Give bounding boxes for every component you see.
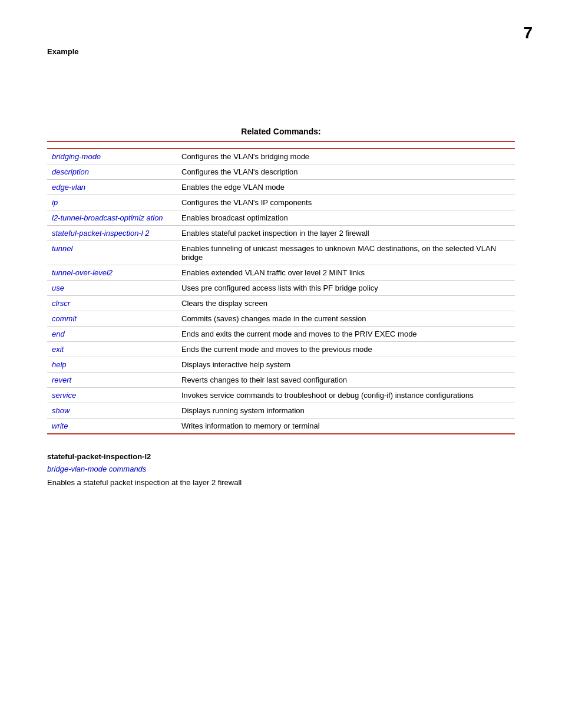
command-description: Enables broadcast optimization xyxy=(177,210,515,226)
command-description: Ends and exits the current mode and move… xyxy=(177,327,515,342)
subheading-link[interactable]: bridge-vlan-mode commands xyxy=(47,465,515,473)
table-row: tunnelEnables tunneling of unicast messa… xyxy=(47,241,515,265)
command-description: Displays interactive help system xyxy=(177,357,515,373)
command-description: Ends the current mode and moves to the p… xyxy=(177,342,515,357)
command-name[interactable]: stateful-packet-inspection-l 2 xyxy=(47,226,177,241)
command-description: Configures the VLAN's description xyxy=(177,164,515,180)
table-row: tunnel-over-level2Enables extended VLAN … xyxy=(47,265,515,281)
table-row: stateful-packet-inspection-l 2Enables st… xyxy=(47,226,515,241)
command-name[interactable]: bridging-mode xyxy=(47,149,177,164)
command-description: Invokes service commands to troubleshoot… xyxy=(177,388,515,403)
command-name[interactable]: exit xyxy=(47,342,177,357)
table-row: edge-vlanEnables the edge VLAN mode xyxy=(47,180,515,195)
command-description: Enables extended VLAN traffic over level… xyxy=(177,265,515,281)
table-row: writeWrites information to memory or ter… xyxy=(47,419,515,434)
command-name[interactable]: revert xyxy=(47,373,177,388)
command-name[interactable]: commit xyxy=(47,311,177,327)
command-name[interactable]: l2-tunnel-broadcast-optimiz ation xyxy=(47,210,177,226)
table-row: descriptionConfigures the VLAN's descrip… xyxy=(47,164,515,180)
table-row: clrscrClears the display screen xyxy=(47,296,515,311)
command-name[interactable]: write xyxy=(47,419,177,434)
command-name[interactable]: service xyxy=(47,388,177,403)
table-row: useUses pre configured access lists with… xyxy=(47,281,515,296)
command-description: Enables stateful packet inspection in th… xyxy=(177,226,515,241)
table-row: exitEnds the current mode and moves to t… xyxy=(47,342,515,357)
command-description: Reverts changes to their last saved conf… xyxy=(177,373,515,388)
related-commands-title: Related Commands: xyxy=(47,127,515,136)
command-description: Configures the VLAN's bridging mode xyxy=(177,149,515,164)
command-name[interactable]: show xyxy=(47,403,177,419)
command-description: Configures the VLAN's IP components xyxy=(177,195,515,210)
command-description: Enables the edge VLAN mode xyxy=(177,180,515,195)
command-name[interactable]: tunnel xyxy=(47,241,177,265)
command-name[interactable]: ip xyxy=(47,195,177,210)
command-description: Displays running system information xyxy=(177,403,515,419)
command-name[interactable]: tunnel-over-level2 xyxy=(47,265,177,281)
next-section-description: Enables a stateful packet inspection at … xyxy=(47,478,515,487)
example-heading: Example xyxy=(47,47,515,56)
commands-table: bridging-modeConfigures the VLAN's bridg… xyxy=(47,141,515,434)
table-row: l2-tunnel-broadcast-optimiz ationEnables… xyxy=(47,210,515,226)
command-name[interactable]: help xyxy=(47,357,177,373)
table-row: bridging-modeConfigures the VLAN's bridg… xyxy=(47,149,515,164)
command-name[interactable]: end xyxy=(47,327,177,342)
table-row: helpDisplays interactive help system xyxy=(47,357,515,373)
table-header-row xyxy=(47,141,515,149)
next-section-heading: stateful-packet-inspection-l2 xyxy=(47,452,515,461)
table-row: commitCommits (saves) changes made in th… xyxy=(47,311,515,327)
command-name[interactable]: use xyxy=(47,281,177,296)
table-row: showDisplays running system information xyxy=(47,403,515,419)
table-row: revertReverts changes to their last save… xyxy=(47,373,515,388)
command-name[interactable]: edge-vlan xyxy=(47,180,177,195)
command-description: Uses pre configured access lists with th… xyxy=(177,281,515,296)
table-row: endEnds and exits the current mode and m… xyxy=(47,327,515,342)
page-number: 7 xyxy=(523,24,533,42)
command-name[interactable]: clrscr xyxy=(47,296,177,311)
command-description: Commits (saves) changes made in the curr… xyxy=(177,311,515,327)
command-description: Writes information to memory or terminal xyxy=(177,419,515,434)
command-description: Enables tunneling of unicast messages to… xyxy=(177,241,515,265)
related-commands-section: Related Commands: bridging-modeConfigure… xyxy=(47,127,515,434)
command-description: Clears the display screen xyxy=(177,296,515,311)
table-row: serviceInvokes service commands to troub… xyxy=(47,388,515,403)
command-name[interactable]: description xyxy=(47,164,177,180)
table-row: ipConfigures the VLAN's IP components xyxy=(47,195,515,210)
